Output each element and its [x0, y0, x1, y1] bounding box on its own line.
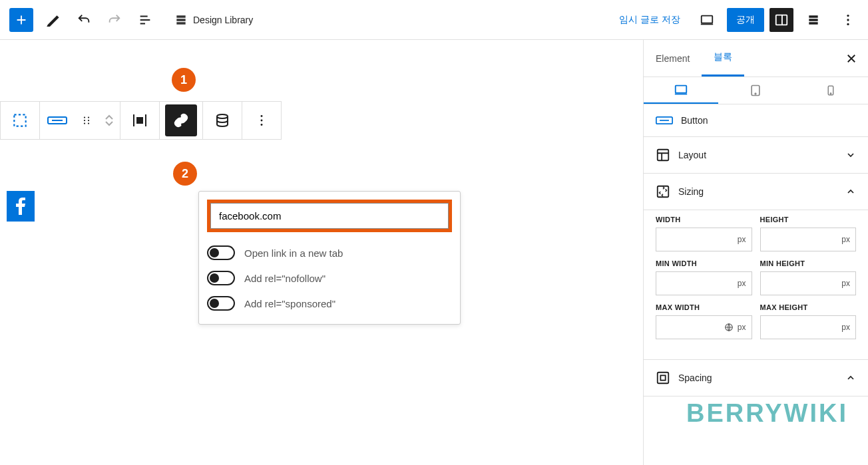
sizing-panel-body: WIDTH px HEIGHT px MIN WIDTH px MIN HEIG…	[644, 210, 868, 360]
svg-point-2	[847, 14, 849, 16]
toggle-new-tab[interactable]	[207, 245, 235, 260]
svg-rect-0	[702, 15, 713, 23]
svg-rect-27	[658, 373, 669, 384]
svg-point-12	[88, 122, 89, 124]
svg-point-3	[847, 19, 849, 21]
block-name-row: Button	[644, 104, 868, 137]
svg-rect-28	[660, 375, 665, 380]
chevron-up-icon	[845, 373, 856, 383]
toggle-new-tab-label: Open link in a new tab	[244, 247, 343, 259]
spacing-panel-header[interactable]: Spacing	[644, 360, 868, 396]
max-width-unit[interactable]: px	[734, 323, 746, 332]
globe-icon	[724, 323, 734, 332]
facebook-icon	[16, 198, 25, 215]
full-width-button[interactable]	[120, 102, 159, 139]
tab-block[interactable]: 블록	[702, 40, 744, 77]
design-library-label: Design Library	[193, 15, 253, 25]
width-unit[interactable]: px	[734, 235, 746, 244]
height-input[interactable]	[766, 235, 838, 245]
annotation-2: 2	[173, 162, 197, 186]
svg-rect-18	[676, 86, 687, 93]
topbar-right: 임시 글로 저장 공개	[612, 5, 863, 35]
url-input[interactable]	[210, 203, 449, 229]
sizing-icon	[656, 184, 670, 199]
chevron-up-icon	[845, 186, 856, 197]
device-desktop-tab[interactable]	[644, 77, 718, 104]
editor-canvas[interactable]: Open link in a new tab Add rel="nofollow…	[0, 40, 643, 465]
link-popover: Open link in a new tab Add rel="nofollow…	[198, 191, 461, 325]
svg-rect-25	[658, 186, 669, 198]
stackable-icon-button[interactable]	[799, 5, 828, 35]
max-width-label: MAX WIDTH	[656, 303, 752, 311]
layout-panel-header[interactable]: Layout	[644, 137, 868, 174]
svg-point-17	[261, 124, 263, 126]
min-width-unit[interactable]: px	[734, 279, 746, 288]
max-width-input[interactable]	[662, 323, 724, 333]
svg-point-20	[756, 93, 757, 94]
toggle-nofollow-label: Add rel="nofollow"	[244, 273, 326, 284]
layout-label: Layout	[678, 150, 706, 160]
svg-point-7	[84, 116, 85, 118]
device-mobile-tab[interactable]	[793, 77, 868, 104]
link-button[interactable]	[165, 104, 197, 136]
preview-device-button[interactable]	[692, 5, 722, 35]
block-toolbar	[0, 101, 282, 140]
device-tabs	[644, 77, 868, 104]
svg-point-9	[84, 122, 85, 124]
sidebar-close-button[interactable]	[835, 40, 868, 77]
undo-button[interactable]	[69, 5, 99, 35]
max-height-label: MAX HEIGHT	[760, 303, 857, 311]
add-block-button[interactable]	[9, 8, 33, 32]
main-area: Open link in a new tab Add rel="nofollow…	[0, 40, 868, 465]
settings-sidebar: Element 블록 Button Layout	[643, 40, 868, 465]
block-more-button[interactable]	[242, 102, 281, 139]
toggle-sponsored-label: Add rel="sponsored"	[244, 298, 335, 309]
block-type-button-icon[interactable]	[40, 102, 75, 139]
toggle-nofollow[interactable]	[207, 271, 235, 285]
width-input[interactable]	[662, 235, 734, 245]
device-tablet-tab[interactable]	[718, 77, 793, 104]
block-name-label: Button	[681, 115, 708, 126]
svg-point-4	[847, 23, 849, 25]
toggle-sponsored[interactable]	[207, 296, 235, 311]
annotation-1: 1	[172, 68, 196, 92]
max-height-input[interactable]	[766, 323, 838, 333]
topbar-left: Design Library	[5, 5, 253, 35]
svg-point-15	[261, 115, 263, 117]
layout-icon	[656, 148, 670, 162]
drag-handle-icon[interactable]	[75, 102, 99, 139]
spacing-icon	[656, 371, 670, 385]
svg-point-10	[88, 116, 89, 118]
url-input-highlight	[207, 200, 452, 232]
design-library-icon	[174, 13, 188, 27]
dynamic-content-button[interactable]	[203, 102, 242, 139]
move-updown-button[interactable]	[99, 102, 120, 139]
document-outline-button[interactable]	[130, 5, 160, 35]
tab-element[interactable]: Element	[644, 40, 702, 77]
edit-tool-button[interactable]	[39, 5, 68, 35]
more-options-button[interactable]	[833, 5, 863, 35]
sidebar-toggle-button[interactable]	[769, 8, 793, 32]
width-label: WIDTH	[656, 216, 752, 224]
sidebar-tabs: Element 블록	[644, 40, 868, 77]
svg-point-22	[830, 93, 831, 94]
max-height-unit[interactable]: px	[837, 323, 850, 332]
facebook-button-block[interactable]	[7, 191, 35, 222]
svg-point-11	[88, 120, 89, 121]
min-height-input[interactable]	[766, 279, 838, 289]
min-height-unit[interactable]: px	[837, 279, 850, 288]
height-label: HEIGHT	[760, 216, 857, 224]
sizing-panel-header[interactable]: Sizing	[644, 174, 868, 210]
height-unit[interactable]: px	[837, 235, 850, 244]
redo-button[interactable]	[100, 5, 129, 35]
select-parent-icon[interactable]	[1, 102, 39, 139]
button-block-icon	[656, 115, 673, 126]
svg-point-14	[217, 114, 228, 118]
sizing-label: Sizing	[678, 186, 704, 197]
chevron-down-icon	[845, 150, 856, 160]
min-width-input[interactable]	[662, 279, 734, 289]
save-draft-link[interactable]: 임시 글로 저장	[612, 10, 687, 30]
min-width-label: MIN WIDTH	[656, 259, 752, 267]
publish-button[interactable]: 공개	[727, 8, 764, 32]
design-library-link[interactable]: Design Library	[174, 13, 253, 27]
